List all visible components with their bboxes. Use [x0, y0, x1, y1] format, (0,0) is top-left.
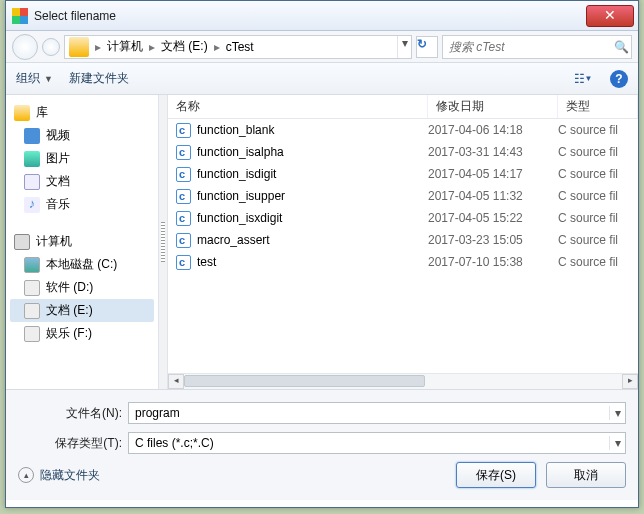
save-button[interactable]: 保存(S): [456, 462, 536, 488]
c-file-icon: [176, 145, 191, 160]
picture-icon: [24, 151, 40, 167]
breadcrumb-folder[interactable]: cTest: [222, 36, 258, 58]
file-list-header: 名称 修改日期 类型: [168, 95, 638, 119]
forward-button[interactable]: [42, 38, 60, 56]
file-name: macro_assert: [197, 233, 270, 247]
file-name: function_isalpha: [197, 145, 284, 159]
file-date: 2017-04-05 15:22: [428, 211, 558, 225]
grip-icon: [161, 222, 165, 262]
chevron-down-icon: ▼: [44, 74, 53, 84]
file-list-body: function_blank2017-04-06 14:18C source f…: [168, 119, 638, 373]
file-row[interactable]: function_isxdigit2017-04-05 15:22C sourc…: [168, 207, 638, 229]
scroll-thumb[interactable]: [184, 375, 425, 387]
file-date: 2017-04-05 11:32: [428, 189, 558, 203]
folder-icon: [69, 37, 89, 57]
horizontal-scrollbar[interactable]: ◂ ▸: [168, 373, 638, 389]
file-type: C source fil: [558, 189, 638, 203]
file-type: C source fil: [558, 145, 638, 159]
sidebar-documents[interactable]: 文档: [10, 170, 154, 193]
organize-label: 组织: [16, 70, 40, 87]
filename-label: 文件名(N):: [18, 405, 128, 422]
file-type: C source fil: [558, 123, 638, 137]
sidebar-music[interactable]: ♪音乐: [10, 193, 154, 216]
view-menu[interactable]: ☷ ▼: [572, 68, 594, 90]
chevron-right-icon: ▸: [93, 40, 103, 54]
file-date: 2017-04-06 14:18: [428, 123, 558, 137]
splitter[interactable]: [158, 95, 168, 389]
column-type[interactable]: 类型: [558, 95, 638, 118]
file-name: test: [197, 255, 216, 269]
sidebar-drive-e[interactable]: 文档 (E:): [10, 299, 154, 322]
column-name[interactable]: 名称: [168, 95, 428, 118]
cancel-button[interactable]: 取消: [546, 462, 626, 488]
titlebar[interactable]: Select filename ✕: [6, 1, 638, 31]
collapse-icon: ▴: [18, 467, 34, 483]
drive-icon: [24, 257, 40, 273]
file-date: 2017-04-05 14:17: [428, 167, 558, 181]
file-type: C source fil: [558, 255, 638, 269]
c-file-icon: [176, 255, 191, 270]
file-type: C source fil: [558, 233, 638, 247]
back-button[interactable]: [12, 34, 38, 60]
sidebar: 库 视频 图片 文档 ♪音乐 计算机 本地磁盘 (C:) 软件 (D:) 文档 …: [6, 95, 158, 389]
bottom-panel: 文件名(N): ▾ 保存类型(T): ▾ ▴ 隐藏文件夹 保存(S) 取消: [6, 389, 638, 500]
sidebar-pictures[interactable]: 图片: [10, 147, 154, 170]
file-date: 2017-07-10 15:38: [428, 255, 558, 269]
file-row[interactable]: test2017-07-10 15:38C source fil: [168, 251, 638, 273]
c-file-icon: [176, 123, 191, 138]
main-area: 库 视频 图片 文档 ♪音乐 计算机 本地磁盘 (C:) 软件 (D:) 文档 …: [6, 95, 638, 389]
app-icon: [12, 8, 28, 24]
sidebar-drive-d[interactable]: 软件 (D:): [10, 276, 154, 299]
file-list: 名称 修改日期 类型 function_blank2017-04-06 14:1…: [168, 95, 638, 389]
window-title: Select filename: [34, 9, 582, 23]
file-row[interactable]: function_blank2017-04-06 14:18C source f…: [168, 119, 638, 141]
sidebar-drive-f[interactable]: 娱乐 (F:): [10, 322, 154, 345]
sidebar-computer[interactable]: 计算机: [10, 230, 154, 253]
filename-input[interactable]: [129, 406, 609, 420]
sidebar-drive-c[interactable]: 本地磁盘 (C:): [10, 253, 154, 276]
drive-icon: [24, 280, 40, 296]
filename-field[interactable]: ▾: [128, 402, 626, 424]
chevron-right-icon: ▸: [212, 40, 222, 54]
new-folder-button[interactable]: 新建文件夹: [69, 70, 129, 87]
file-row[interactable]: macro_assert2017-03-23 15:05C source fil: [168, 229, 638, 251]
sidebar-libraries[interactable]: 库: [10, 101, 154, 124]
file-row[interactable]: function_isalpha2017-03-31 14:43C source…: [168, 141, 638, 163]
file-name: function_isdigit: [197, 167, 276, 181]
filetype-field[interactable]: ▾: [128, 432, 626, 454]
c-file-icon: [176, 167, 191, 182]
chevron-down-icon[interactable]: ▾: [609, 436, 625, 450]
help-button[interactable]: ?: [610, 70, 628, 88]
breadcrumb-computer[interactable]: 计算机: [103, 36, 147, 58]
file-type: C source fil: [558, 167, 638, 181]
toolbar: 组织 ▼ 新建文件夹 ☷ ▼ ?: [6, 63, 638, 95]
hide-folders-toggle[interactable]: ▴ 隐藏文件夹: [18, 467, 100, 484]
column-date[interactable]: 修改日期: [428, 95, 558, 118]
scroll-right-button[interactable]: ▸: [622, 374, 638, 389]
file-row[interactable]: function_isupper2017-04-05 11:32C source…: [168, 185, 638, 207]
search-icon[interactable]: 🔍: [611, 40, 631, 54]
music-icon: ♪: [24, 197, 40, 213]
scroll-track[interactable]: [184, 374, 622, 389]
search-input[interactable]: [443, 40, 611, 54]
breadcrumb-dropdown[interactable]: ▾: [397, 36, 411, 58]
search-box[interactable]: 🔍: [442, 35, 632, 59]
chevron-down-icon[interactable]: ▾: [609, 406, 625, 420]
c-file-icon: [176, 211, 191, 226]
file-date: 2017-03-31 14:43: [428, 145, 558, 159]
file-name: function_blank: [197, 123, 274, 137]
drive-icon: [24, 303, 40, 319]
refresh-button[interactable]: ↻: [416, 36, 438, 58]
breadcrumb[interactable]: ▸ 计算机 ▸ 文档 (E:) ▸ cTest ▾: [64, 35, 412, 59]
chevron-right-icon: ▸: [147, 40, 157, 54]
sidebar-videos[interactable]: 视频: [10, 124, 154, 147]
organize-menu[interactable]: 组织 ▼: [16, 70, 53, 87]
scroll-left-button[interactable]: ◂: [168, 374, 184, 389]
file-name: function_isupper: [197, 189, 285, 203]
file-name: function_isxdigit: [197, 211, 282, 225]
filetype-input[interactable]: [129, 436, 609, 450]
breadcrumb-drive[interactable]: 文档 (E:): [157, 36, 212, 58]
file-row[interactable]: function_isdigit2017-04-05 14:17C source…: [168, 163, 638, 185]
close-button[interactable]: ✕: [586, 5, 634, 27]
c-file-icon: [176, 189, 191, 204]
